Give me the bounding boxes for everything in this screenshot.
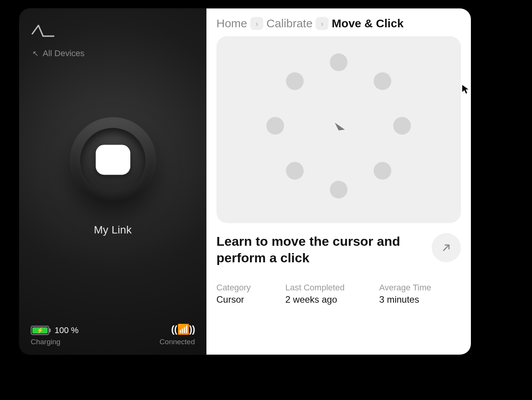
target-dot[interactable] <box>374 162 391 180</box>
target-dot[interactable] <box>374 72 391 90</box>
meta-category: Category Cursor <box>216 283 251 305</box>
breadcrumb-calibrate[interactable]: Calibrate <box>266 17 313 30</box>
all-devices-label: All Devices <box>43 48 85 58</box>
status-bar: ⚡ 100 % Charging ((📶)) Connected <box>31 323 195 346</box>
device-visual <box>67 114 159 207</box>
chevron-right-icon: › <box>250 17 263 30</box>
meta-last-completed-label: Last Completed <box>285 283 344 293</box>
battery-state: Charging <box>31 338 78 346</box>
signal-icon: ((📶)) <box>171 323 195 335</box>
target-dot[interactable] <box>393 117 411 135</box>
arrow-up-right-icon <box>441 242 452 253</box>
exercise-canvas[interactable] <box>216 36 461 223</box>
expand-button[interactable] <box>432 233 461 262</box>
target-dot[interactable] <box>286 162 304 180</box>
all-devices-link[interactable]: ↖ All Devices <box>32 48 85 58</box>
breadcrumb-home[interactable]: Home <box>216 17 247 30</box>
arrow-up-left-icon: ↖ <box>32 50 39 57</box>
cursor-arrow-icon <box>329 120 348 140</box>
sidebar: ↖ All Devices My Link ⚡ 100 % Charging (… <box>19 8 206 355</box>
device-chip-icon <box>96 145 130 175</box>
meta-category-value: Cursor <box>216 294 251 305</box>
device-name: My Link <box>94 224 132 236</box>
meta-last-completed-value: 2 weeks ago <box>285 294 344 305</box>
exercise-description: Learn to move the cursor and perform a c… <box>216 233 409 266</box>
main-panel: Home › Calibrate › Move & Click Learn to… <box>206 8 471 355</box>
chevron-right-icon: › <box>316 17 329 30</box>
target-dot[interactable] <box>286 72 304 90</box>
connection-state: Connected <box>160 338 195 346</box>
app-window: ↖ All Devices My Link ⚡ 100 % Charging (… <box>19 8 471 355</box>
battery-percent: 100 % <box>55 325 78 335</box>
meta-avg-time: Average Time 3 minutes <box>379 283 431 305</box>
breadcrumb: Home › Calibrate › Move & Click <box>216 17 461 30</box>
battery-status: ⚡ 100 % Charging <box>31 325 78 346</box>
target-dot[interactable] <box>330 181 347 198</box>
target-dot[interactable] <box>330 53 347 71</box>
meta-category-label: Category <box>216 283 251 293</box>
charging-bolt-icon: ⚡ <box>37 327 44 334</box>
target-dot[interactable] <box>266 117 284 135</box>
exercise-meta: Category Cursor Last Completed 2 weeks a… <box>216 283 461 305</box>
meta-avg-time-value: 3 minutes <box>379 294 431 305</box>
meta-avg-time-label: Average Time <box>379 283 431 293</box>
meta-last-completed: Last Completed 2 weeks ago <box>285 283 344 305</box>
breadcrumb-current: Move & Click <box>332 17 404 30</box>
brand-logo-icon <box>32 23 55 38</box>
connection-status: ((📶)) Connected <box>160 323 195 346</box>
battery-icon: ⚡ <box>31 326 49 335</box>
